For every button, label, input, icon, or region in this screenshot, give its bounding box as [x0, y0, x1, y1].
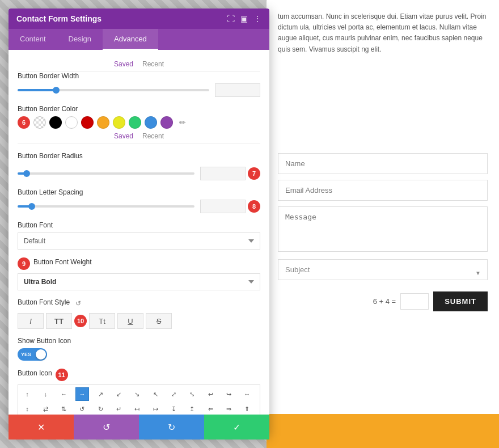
button-icon-label: Button Icon: [18, 369, 52, 377]
border-width-fill: [18, 89, 56, 91]
style-strikethrough-button[interactable]: S: [146, 313, 172, 329]
contact-form: Subject 6 + 4 = SUBMIT: [267, 142, 499, 328]
border-width-input[interactable]: 8px: [215, 83, 260, 97]
icon-down[interactable]: ↓: [39, 387, 52, 401]
letter-spacing-thumb[interactable]: [28, 203, 35, 210]
font-style-buttons: I TT 10 Tt U S: [18, 313, 260, 329]
icon-return-right[interactable]: ↪: [222, 387, 235, 401]
icon-larr[interactable]: ↤: [130, 402, 144, 416]
swatch-red[interactable]: [81, 116, 94, 129]
badge-6: 6: [18, 116, 30, 129]
eyedropper-icon[interactable]: ✏: [176, 116, 189, 129]
color-saved-link[interactable]: Saved: [114, 132, 133, 140]
border-width-track[interactable]: [18, 89, 209, 91]
badge-7: 7: [248, 167, 260, 180]
icon-left[interactable]: ←: [57, 387, 71, 401]
icon-uarr2[interactable]: ⇑: [240, 402, 254, 416]
icon-up[interactable]: ↑: [20, 387, 34, 401]
badge-9: 9: [18, 257, 30, 270]
border-color-label: Button Border Color: [18, 105, 260, 113]
font-style-label: Button Font Style: [18, 298, 70, 306]
icon-contract[interactable]: ⤡: [185, 387, 199, 401]
reset-button[interactable]: ↺: [74, 415, 139, 439]
swatch-blue[interactable]: [145, 116, 157, 129]
style-italic-button[interactable]: I: [18, 313, 44, 329]
tab-design[interactable]: Design: [57, 29, 103, 50]
icon-ne[interactable]: ↗: [94, 387, 107, 401]
letter-spacing-slider-row: 2px 8: [18, 200, 260, 213]
border-radius-label-row: Button Border Radius: [18, 152, 260, 163]
saved-link[interactable]: Saved: [114, 60, 133, 68]
font-select[interactable]: Default Open Sans Roboto Lato: [18, 233, 260, 250]
letter-spacing-group: Button Letter Spacing 2px 8: [18, 188, 260, 213]
email-input[interactable]: [278, 180, 488, 201]
font-weight-select[interactable]: Normal Bold Extra Bold Ultra Bold: [18, 273, 260, 290]
icon-sw[interactable]: ↙: [112, 387, 126, 401]
body-text: tum accumsan. Nunc in scelerisque dui. E…: [267, 0, 499, 66]
border-width-slider-row: 8px: [18, 83, 260, 97]
icon-enter[interactable]: ↵: [112, 402, 126, 416]
border-radius-track[interactable]: [18, 172, 194, 175]
toggle-knob: [36, 349, 46, 360]
swatch-transparent[interactable]: [33, 116, 46, 129]
settings-panel: Contact Form Settings ⛶ ▣ ⋮ Content Desi…: [9, 9, 269, 436]
icon-alt-ud[interactable]: ⇅: [57, 402, 71, 416]
swatch-green[interactable]: [129, 116, 141, 129]
border-width-thumb[interactable]: [53, 87, 60, 94]
more-icon[interactable]: ⋮: [253, 14, 261, 23]
settings-icon[interactable]: ▣: [240, 14, 248, 23]
letter-spacing-input[interactable]: 2px: [200, 200, 246, 213]
icon-return-left[interactable]: ↩: [204, 387, 217, 401]
show-icon-toggle[interactable]: YES: [18, 348, 47, 361]
icon-rarr[interactable]: ↦: [149, 402, 162, 416]
subject-select[interactable]: Subject: [278, 259, 488, 280]
show-icon-label: Show Button Icon: [18, 337, 260, 345]
icon-nw[interactable]: ↖: [149, 387, 162, 401]
recent-link[interactable]: Recent: [142, 60, 164, 68]
expand-icon[interactable]: ⛶: [227, 14, 235, 23]
style-capitalize-button[interactable]: Tt: [89, 313, 115, 329]
captcha-text: 6 + 4 =: [373, 297, 396, 306]
border-radius-input[interactable]: 0px: [200, 167, 246, 180]
style-bold-button[interactable]: TT: [46, 313, 72, 329]
name-input[interactable]: [278, 153, 488, 174]
icon-se[interactable]: ↘: [130, 387, 144, 401]
swatch-orange[interactable]: [97, 116, 109, 129]
badge-10: 10: [74, 315, 87, 327]
toggle-yes-label: YES: [21, 352, 31, 357]
letter-spacing-track[interactable]: [18, 205, 194, 208]
style-underline-button[interactable]: U: [117, 313, 143, 329]
swatch-yellow[interactable]: [113, 116, 125, 129]
icon-uarr[interactable]: ↥: [185, 402, 199, 416]
panel-header: Contact Form Settings ⛶ ▣ ⋮: [9, 9, 269, 29]
icon-darr[interactable]: ↧: [167, 402, 180, 416]
icon-lr[interactable]: ↔: [240, 387, 254, 401]
save-button[interactable]: ✓: [204, 415, 269, 439]
icon-darr2[interactable]: ⇐: [204, 402, 217, 416]
swatch-white[interactable]: [65, 116, 78, 129]
redo-button[interactable]: ↻: [139, 415, 204, 439]
cancel-button[interactable]: ✕: [9, 415, 74, 439]
show-icon-group: Show Button Icon YES: [18, 337, 260, 361]
color-recent-link[interactable]: Recent: [142, 132, 164, 140]
icon-rarr2[interactable]: ⇒: [222, 402, 235, 416]
swatch-black[interactable]: [49, 116, 62, 129]
swatch-purple[interactable]: [160, 116, 173, 129]
tab-advanced[interactable]: Advanced: [103, 29, 158, 50]
icon-cw[interactable]: ↻: [94, 402, 107, 416]
icon-alt-lr[interactable]: ⇄: [39, 402, 52, 416]
font-group: Button Font Default Open Sans Roboto Lat…: [18, 221, 260, 250]
captcha-input[interactable]: [400, 293, 429, 310]
tab-content[interactable]: Content: [9, 29, 57, 50]
color-saved-recent: Saved Recent: [18, 132, 260, 144]
saved-recent-bar: Saved Recent: [18, 57, 260, 72]
font-style-reset-icon[interactable]: ↺: [75, 299, 84, 308]
message-input[interactable]: [278, 206, 488, 252]
submit-button[interactable]: SUBMIT: [433, 291, 488, 311]
icon-expand[interactable]: ⤢: [167, 387, 180, 401]
border-color-group: Button Border Color 6 ✏ Saved Recent: [18, 105, 260, 144]
border-radius-thumb[interactable]: [23, 170, 30, 177]
icon-right[interactable]: →: [75, 387, 89, 401]
icon-ccw[interactable]: ↺: [75, 402, 89, 416]
icon-ud[interactable]: ↕: [20, 402, 34, 416]
